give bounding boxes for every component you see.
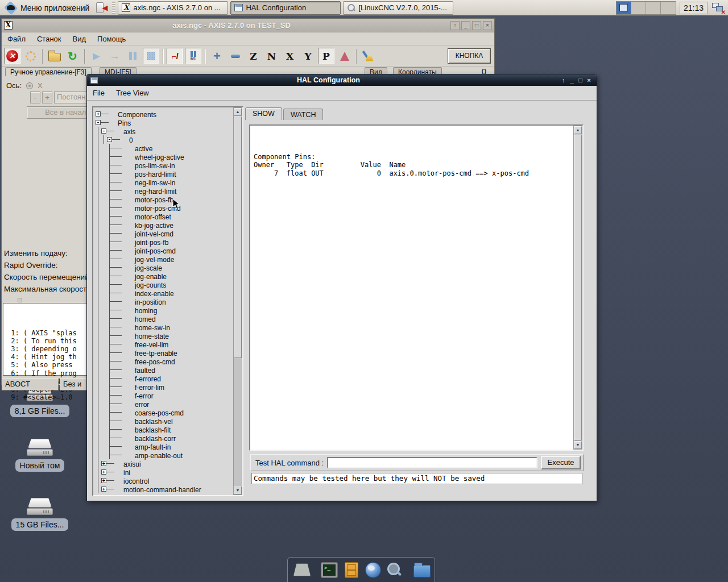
output-scrollbar[interactable]: ▲ ▼ <box>573 126 582 450</box>
reload-button[interactable]: ↻ <box>64 48 81 64</box>
execute-button[interactable]: Execute <box>541 456 581 469</box>
desktop-drive-icon[interactable]: Новый том <box>3 439 77 472</box>
view-p-button[interactable]: P <box>318 48 334 64</box>
run-button[interactable]: ▶ <box>88 48 105 64</box>
tree-item-motor-offset[interactable]: motor-offset <box>93 212 233 221</box>
task-hal-configuration[interactable]: HAL Configuration <box>230 1 341 15</box>
stop-button[interactable] <box>143 48 159 64</box>
zoom-out-button[interactable] <box>227 48 243 64</box>
tab-show[interactable]: SHOW <box>245 107 282 120</box>
zoom-in-button[interactable]: + <box>209 48 225 64</box>
rotate-view-button[interactable] <box>336 48 353 64</box>
scroll-down-icon[interactable]: ▼ <box>234 487 242 494</box>
hal-titlebar[interactable]: HAL Configuration ↑ _ □ × <box>87 74 597 86</box>
minimize-button[interactable]: _ <box>568 77 576 84</box>
terminal-icon[interactable] <box>321 562 338 578</box>
close-button[interactable]: × <box>585 77 593 84</box>
task-linuxcnc[interactable]: [LinuxCNC V2.7.0, 2015-... <box>343 1 453 15</box>
tree-item-f-errored[interactable]: f-errored <box>93 374 233 383</box>
machine-power-button[interactable] <box>22 48 39 64</box>
network-status-icon[interactable]: ✕ <box>711 1 726 15</box>
file-manager-icon[interactable] <box>413 565 431 577</box>
search-icon[interactable] <box>386 562 403 578</box>
jog-plus-button[interactable]: + <box>42 92 52 103</box>
tab-watch[interactable]: WATCH <box>283 109 323 120</box>
tree-item-active[interactable]: active <box>93 144 233 152</box>
jog-minus-button[interactable]: - <box>30 92 40 103</box>
tree-item-wheel-jog-active[interactable]: wheel-jog-active <box>93 152 233 161</box>
tree-item-jog-enable[interactable]: jog-enable <box>93 272 233 280</box>
tree-item-amp-enable-out[interactable]: amp-enable-out <box>93 451 233 459</box>
menu-item[interactable]: Помощь <box>92 33 131 45</box>
tree-item-Components[interactable]: +Components <box>93 110 233 118</box>
desktop-drive-icon[interactable]: 15 GB Files... <box>3 498 77 531</box>
scroll-up-icon[interactable]: ▲ <box>234 108 242 116</box>
tree-item-neg-lim-sw-in[interactable]: neg-lim-sw-in <box>93 178 233 186</box>
axis-titlebar[interactable]: X axis.ngc - AXIS 2.7.0 on TEST_SD ↑ _ □… <box>2 19 494 32</box>
tree-item-backlash-filt[interactable]: backlash-filt <box>93 425 233 434</box>
tree-item-free-vel-lim[interactable]: free-vel-lim <box>93 340 233 348</box>
maximize-button[interactable]: □ <box>472 21 481 30</box>
tree-item-homing[interactable]: homing <box>93 306 233 314</box>
tree-scrollbar[interactable]: ▲ ▼ <box>233 107 242 495</box>
tree-item-motor-pos-cmd[interactable]: motor-pos-cmd <box>93 203 233 212</box>
tree-item-joint-vel-cmd[interactable]: joint-vel-cmd <box>93 229 233 238</box>
file-cabinet-icon[interactable] <box>345 562 358 578</box>
run-step-button[interactable]: → <box>106 48 123 64</box>
scroll-down-icon[interactable]: ▼ <box>574 441 582 449</box>
tree-item-joint-pos-fb[interactable]: joint-pos-fb <box>93 238 233 246</box>
tree-item-index-enable[interactable]: index-enable <box>93 289 233 297</box>
tree-item-backlash-vel[interactable]: backlash-vel <box>93 417 233 425</box>
tree-item-motion-command-handler[interactable]: +motion-command-handler <box>93 485 233 493</box>
tree-scroll-thumb[interactable] <box>234 117 242 358</box>
tab-manual-control[interactable]: Ручное управление-[F3] <box>5 67 92 76</box>
tree-expand-icon[interactable]: + <box>101 487 106 492</box>
tree-item-in-position[interactable]: in-position <box>93 297 233 306</box>
tree-item-backlash-corr[interactable]: backlash-corr <box>93 434 233 442</box>
tree-item-ini[interactable]: +ini <box>93 468 233 476</box>
axis-x-radio[interactable] <box>26 82 33 89</box>
tree-item-jog-vel-mode[interactable]: jog-vel-mode <box>93 255 233 263</box>
menu-item[interactable]: Вид <box>67 33 92 45</box>
tree-item-faulted[interactable]: faulted <box>93 365 233 374</box>
task-axis-window[interactable]: X axis.ngc - AXIS 2.7.0 on ... <box>118 1 228 15</box>
tree-item-Pins[interactable]: -Pins <box>93 118 233 127</box>
workspace-1[interactable] <box>617 2 631 14</box>
tree-item-f-error[interactable]: f-error <box>93 391 233 400</box>
tree-item-jog-scale[interactable]: jog-scale <box>93 263 233 272</box>
menu-item[interactable]: Tree View <box>110 86 155 99</box>
show-desktop-icon[interactable] <box>293 562 311 578</box>
estop-button[interactable]: ✕ <box>4 48 20 64</box>
tree-item-free-pos-cmd[interactable]: free-pos-cmd <box>93 357 233 365</box>
tree-item-home-state[interactable]: home-state <box>93 331 233 340</box>
tree-item-joint-pos-cmd[interactable]: joint-pos-cmd <box>93 246 233 255</box>
tree-expand-icon[interactable]: + <box>101 469 106 475</box>
tree-collapse-icon[interactable]: - <box>96 120 101 125</box>
tree-item-kb-jog-active[interactable]: kb-jog-active <box>93 221 233 229</box>
maximize-button[interactable]: □ <box>576 77 585 84</box>
tree-item-jog-counts[interactable]: jog-counts <box>93 280 233 289</box>
hal-output-text[interactable]: Component Pins:Owner Type Dir Value Name… <box>250 126 573 450</box>
applications-menu-button[interactable]: Меню приложений <box>0 1 94 15</box>
tree-item-free-tp-enable[interactable]: free-tp-enable <box>93 348 233 357</box>
tree-item-coarse-pos-cmd[interactable]: coarse-pos-cmd <box>93 408 233 417</box>
tree-item-error[interactable]: error <box>93 400 233 408</box>
shade-button[interactable]: ↑ <box>450 21 460 30</box>
close-button[interactable]: × <box>483 21 492 30</box>
logout-button[interactable]: ◀ <box>94 1 107 15</box>
shade-button[interactable]: ↑ <box>559 77 568 84</box>
tree-item-pos-hard-limit[interactable]: pos-hard-limit <box>93 169 233 178</box>
optional-stop-button[interactable]: M1 <box>185 48 201 64</box>
menu-item[interactable]: Файл <box>2 33 31 45</box>
menu-item[interactable]: File <box>87 86 110 99</box>
tree-item-neg-hard-limit[interactable]: neg-hard-limit <box>93 186 233 195</box>
workspace-2[interactable] <box>631 2 646 14</box>
tree-expand-icon[interactable]: + <box>101 478 106 483</box>
web-browser-icon[interactable] <box>365 562 381 578</box>
workspace-4[interactable] <box>661 2 676 14</box>
custom-panel-button[interactable]: КНОПКА <box>448 48 491 64</box>
scroll-up-icon[interactable]: ▲ <box>574 126 582 134</box>
max-velocity-slider[interactable] <box>18 298 22 302</box>
tree-item-axisui[interactable]: +axisui <box>93 459 233 468</box>
single-block-button[interactable]: ⌐/ <box>167 48 183 64</box>
